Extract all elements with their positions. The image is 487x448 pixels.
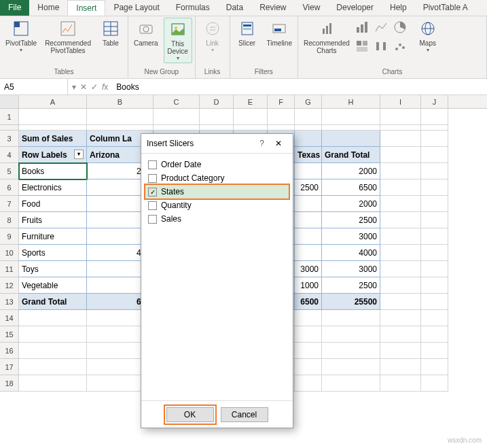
tab-insert[interactable]: Insert <box>67 0 105 16</box>
col-header-B[interactable]: B <box>87 95 154 108</box>
row-header-10[interactable]: 10 <box>0 245 19 261</box>
cell[interactable] <box>295 375 322 392</box>
cell[interactable] <box>154 109 200 125</box>
cell[interactable] <box>421 245 448 261</box>
pivot-value[interactable]: 1000 <box>295 277 322 294</box>
pivot-row-label[interactable]: Furniture <box>19 228 87 245</box>
pivot-sum-of-sales[interactable]: Sum of Sales <box>19 131 87 147</box>
link-button[interactable]: Link <box>198 18 227 54</box>
tab-view[interactable]: View <box>295 0 329 16</box>
chart-stat-icon[interactable] <box>374 39 392 57</box>
pivot-row-label[interactable]: Electronics <box>19 179 87 196</box>
cell[interactable] <box>380 294 421 310</box>
namebox-dropdown-icon[interactable]: ▾ <box>72 82 76 92</box>
row-header-15[interactable]: 15 <box>0 326 19 343</box>
cell[interactable] <box>322 131 380 147</box>
cell[interactable] <box>87 125 154 131</box>
slicer-option-quantity[interactable]: Quantity <box>145 199 289 212</box>
cell[interactable] <box>200 125 234 131</box>
chart-column-icon[interactable] <box>355 20 373 38</box>
slicer-button[interactable]: Slicer <box>233 18 261 48</box>
cell[interactable] <box>421 375 448 392</box>
pivot-grand-total-value[interactable]: 6500 <box>295 294 322 310</box>
cell[interactable] <box>380 131 421 147</box>
cell[interactable] <box>322 375 380 392</box>
cell[interactable] <box>19 375 87 392</box>
timeline-button[interactable]: Timeline <box>264 18 295 48</box>
row-header-13[interactable]: 13 <box>0 294 19 310</box>
cell[interactable] <box>295 343 322 359</box>
row-header-1[interactable]: 1 <box>0 109 19 125</box>
recommended-pivottables-button[interactable]: Recommended PivotTables <box>42 18 94 56</box>
chart-line-icon[interactable] <box>374 20 392 38</box>
slicer-option-sales[interactable]: Sales <box>145 212 289 226</box>
cell[interactable] <box>380 212 421 228</box>
row-header-9[interactable]: 9 <box>0 228 19 245</box>
tab-file[interactable]: File <box>0 0 29 16</box>
cell[interactable] <box>322 109 380 125</box>
formula-input[interactable]: Books <box>112 82 487 92</box>
pivot-value[interactable]: 3000 <box>322 228 380 245</box>
cell[interactable] <box>380 228 421 245</box>
col-header-A[interactable]: A <box>19 95 87 108</box>
fx-icon[interactable]: fx <box>102 82 108 92</box>
pivot-value[interactable]: 2000 <box>322 196 380 212</box>
row-header-8[interactable]: 8 <box>0 212 19 228</box>
col-header-E[interactable]: E <box>234 95 268 108</box>
row-header-12[interactable]: 12 <box>0 277 19 294</box>
cell[interactable] <box>421 277 448 294</box>
cell[interactable] <box>200 109 234 125</box>
cancel-button[interactable]: Cancel <box>221 407 268 422</box>
cell[interactable] <box>154 125 200 131</box>
tab-page-layout[interactable]: Page Layout <box>105 0 167 16</box>
row-header-16[interactable]: 16 <box>0 343 19 359</box>
cell[interactable] <box>322 343 380 359</box>
pivottable-button[interactable]: PivotTable <box>3 18 39 54</box>
chart-hier-icon[interactable] <box>355 39 373 57</box>
this-device-button[interactable]: This Device <box>164 18 192 63</box>
pivot-value[interactable] <box>295 196 322 212</box>
pivot-grand-total-label[interactable]: Grand Total <box>19 294 87 310</box>
cell[interactable] <box>421 196 448 212</box>
table-button[interactable]: Table <box>96 18 125 48</box>
cell[interactable] <box>380 163 421 179</box>
cell[interactable] <box>421 261 448 277</box>
col-header-H[interactable]: H <box>322 95 380 108</box>
cell[interactable] <box>19 125 87 131</box>
cell[interactable] <box>322 310 380 326</box>
row-header-6[interactable]: 6 <box>0 179 19 196</box>
cell[interactable] <box>380 179 421 196</box>
pivot-row-label[interactable]: Books <box>19 163 87 179</box>
cell[interactable] <box>19 310 87 326</box>
slicer-option-order-date[interactable]: Order Date <box>145 158 289 171</box>
row-header-3[interactable]: 3 <box>0 131 19 147</box>
col-header-C[interactable]: C <box>154 95 200 108</box>
cell[interactable] <box>380 359 421 375</box>
pivot-row-label[interactable]: Fruits <box>19 212 87 228</box>
recommended-charts-button[interactable]: Recommended Charts <box>301 18 353 56</box>
cell[interactable] <box>421 147 448 163</box>
cell[interactable] <box>421 125 448 131</box>
cell[interactable] <box>421 163 448 179</box>
chart-pie-icon[interactable] <box>393 20 411 38</box>
row-header-2[interactable] <box>0 125 19 131</box>
cell[interactable] <box>421 179 448 196</box>
row-header-17[interactable]: 17 <box>0 359 19 375</box>
col-grand-total[interactable]: Grand Total <box>322 147 380 163</box>
slicer-option-states[interactable]: ✓ States <box>145 185 289 199</box>
cell[interactable] <box>380 147 421 163</box>
pivot-value[interactable]: 2500 <box>322 277 380 294</box>
cell[interactable] <box>421 326 448 343</box>
cell[interactable] <box>87 109 154 125</box>
cell[interactable] <box>19 343 87 359</box>
cell[interactable] <box>19 359 87 375</box>
cell[interactable] <box>268 125 295 131</box>
name-box[interactable]: A5 <box>0 79 68 94</box>
cell[interactable] <box>421 310 448 326</box>
row-header-5[interactable]: 5 <box>0 163 19 179</box>
cell[interactable] <box>421 131 448 147</box>
pivot-row-labels[interactable]: Row Labels▾ <box>19 147 87 163</box>
pivot-value[interactable]: 3000 <box>322 261 380 277</box>
pivot-value[interactable]: 3000 <box>295 261 322 277</box>
pivot-value[interactable]: 2500 <box>295 179 322 196</box>
